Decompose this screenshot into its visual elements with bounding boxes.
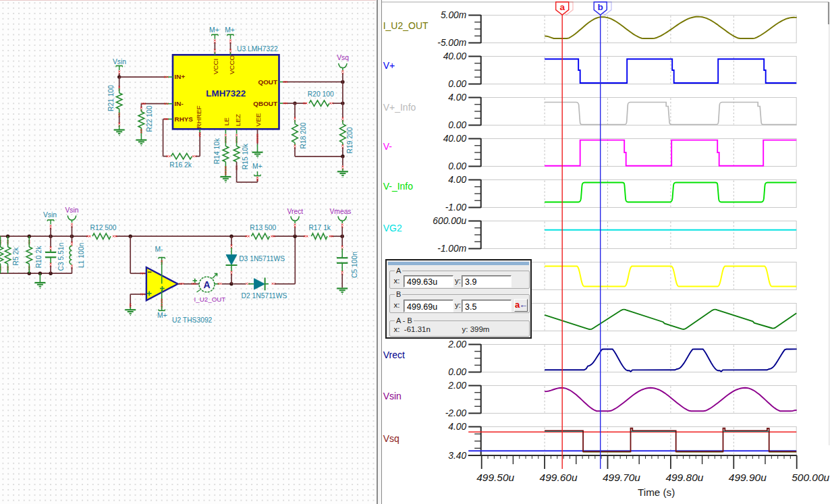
svg-text:R21 100: R21 100 bbox=[107, 85, 115, 111]
svg-text:V-_Info: V-_Info bbox=[383, 181, 414, 192]
svg-text:a: a bbox=[560, 3, 565, 13]
svg-text:L1 100n: L1 100n bbox=[78, 243, 85, 268]
svg-text:500.00u: 500.00u bbox=[792, 472, 829, 483]
svg-text:Vrect: Vrect bbox=[383, 349, 405, 360]
svg-text:LEZ: LEZ bbox=[234, 114, 242, 126]
svg-text:499.80u: 499.80u bbox=[666, 472, 704, 483]
svg-text:b: b bbox=[598, 3, 603, 13]
svg-text:0.00: 0.00 bbox=[449, 79, 467, 89]
svg-text:I_U2_OUT: I_U2_OUT bbox=[194, 296, 226, 303]
svg-text:VEE: VEE bbox=[254, 113, 262, 126]
svg-text:M-: M- bbox=[155, 246, 163, 253]
svg-text:RHYS: RHYS bbox=[175, 115, 194, 123]
svg-text:LMH7322: LMH7322 bbox=[206, 88, 246, 99]
svg-text:VG2: VG2 bbox=[383, 223, 402, 233]
svg-text:499.60u: 499.60u bbox=[540, 472, 578, 483]
svg-text:Vsq: Vsq bbox=[383, 433, 399, 444]
svg-text:RHREF: RHREF bbox=[195, 105, 202, 128]
svg-text:40.00: 40.00 bbox=[443, 51, 467, 61]
svg-text:R22 100: R22 100 bbox=[146, 105, 153, 132]
svg-text:-1.00m: -1.00m bbox=[438, 244, 467, 254]
svg-text:VCCI: VCCI bbox=[212, 59, 219, 75]
svg-text:D2 1N5711WS: D2 1N5711WS bbox=[242, 292, 287, 300]
svg-text:R17 1k: R17 1k bbox=[308, 224, 331, 231]
svg-text:V+_Info: V+_Info bbox=[383, 102, 416, 113]
svg-text:499.50u: 499.50u bbox=[477, 472, 515, 483]
svg-text:U2 THS3092: U2 THS3092 bbox=[172, 316, 213, 324]
svg-text:499.90u: 499.90u bbox=[729, 472, 767, 483]
svg-text:0.00: 0.00 bbox=[449, 120, 467, 130]
svg-text:-1.00: -1.00 bbox=[445, 202, 467, 213]
svg-text:4.00: 4.00 bbox=[449, 92, 467, 103]
svg-text:C3 5.51n: C3 5.51n bbox=[57, 242, 65, 271]
svg-text:40.00: 40.00 bbox=[443, 134, 467, 144]
svg-text:R13 500: R13 500 bbox=[250, 224, 276, 231]
svg-text:V-: V- bbox=[383, 142, 393, 152]
svg-text:499.70u: 499.70u bbox=[603, 472, 640, 483]
svg-text:D3 1N5711WS: D3 1N5711WS bbox=[239, 255, 285, 262]
svg-text:Vmeas: Vmeas bbox=[329, 208, 351, 215]
svg-text:Vsin: Vsin bbox=[113, 58, 126, 65]
svg-text:M+: M+ bbox=[157, 312, 167, 319]
svg-text:C5 100n: C5 100n bbox=[351, 252, 358, 278]
svg-text:QOUT: QOUT bbox=[258, 78, 277, 86]
svg-text:R19 200: R19 200 bbox=[346, 127, 354, 153]
svg-text:M+: M+ bbox=[225, 26, 235, 34]
svg-text:R10 2k: R10 2k bbox=[35, 246, 43, 268]
svg-text:R16 2k: R16 2k bbox=[169, 161, 192, 169]
svg-text:Vsq: Vsq bbox=[337, 54, 349, 61]
svg-text:IN+: IN+ bbox=[175, 73, 186, 80]
svg-text:2.00: 2.00 bbox=[448, 339, 467, 349]
svg-text:4.00: 4.00 bbox=[449, 175, 467, 185]
svg-text:Vsin: Vsin bbox=[383, 391, 402, 401]
svg-text:0.00: 0.00 bbox=[449, 161, 467, 171]
svg-text:R20 100: R20 100 bbox=[308, 90, 334, 98]
svg-text:I_U2_OUT: I_U2_OUT bbox=[383, 20, 428, 31]
svg-text:V+: V+ bbox=[383, 60, 395, 71]
svg-text:Time (s): Time (s) bbox=[638, 486, 675, 498]
svg-text:-5.00m: -5.00m bbox=[438, 38, 467, 48]
svg-text:Vrect: Vrect bbox=[287, 208, 304, 215]
svg-text:IN-: IN- bbox=[175, 100, 184, 107]
svg-text:5.00m: 5.00m bbox=[441, 10, 466, 20]
svg-text:A: A bbox=[203, 279, 210, 290]
svg-text:QBOUT: QBOUT bbox=[253, 100, 277, 107]
svg-text:LE: LE bbox=[223, 117, 230, 125]
svg-text:0.00: 0.00 bbox=[449, 367, 467, 377]
svg-text:M+: M+ bbox=[209, 26, 219, 34]
svg-text:3.40: 3.40 bbox=[449, 451, 467, 461]
svg-text:R14 10k: R14 10k bbox=[213, 138, 221, 164]
svg-text:2.00: 2.00 bbox=[448, 381, 467, 391]
svg-text:R5 2k: R5 2k bbox=[12, 247, 20, 266]
svg-text:R18 200: R18 200 bbox=[300, 122, 307, 148]
svg-text:Vsin: Vsin bbox=[43, 211, 57, 219]
svg-text:U3 LMH7322: U3 LMH7322 bbox=[237, 45, 278, 53]
svg-text:600.00u: 600.00u bbox=[433, 216, 467, 226]
svg-text:M+: M+ bbox=[252, 163, 262, 170]
svg-text:R15 10k: R15 10k bbox=[242, 143, 249, 169]
svg-text:VCCO: VCCO bbox=[228, 55, 236, 74]
svg-text:R12 500: R12 500 bbox=[90, 224, 117, 231]
svg-text:4.00: 4.00 bbox=[449, 422, 467, 432]
svg-text:-2.00: -2.00 bbox=[445, 408, 467, 418]
svg-text:Vsin: Vsin bbox=[65, 206, 78, 214]
